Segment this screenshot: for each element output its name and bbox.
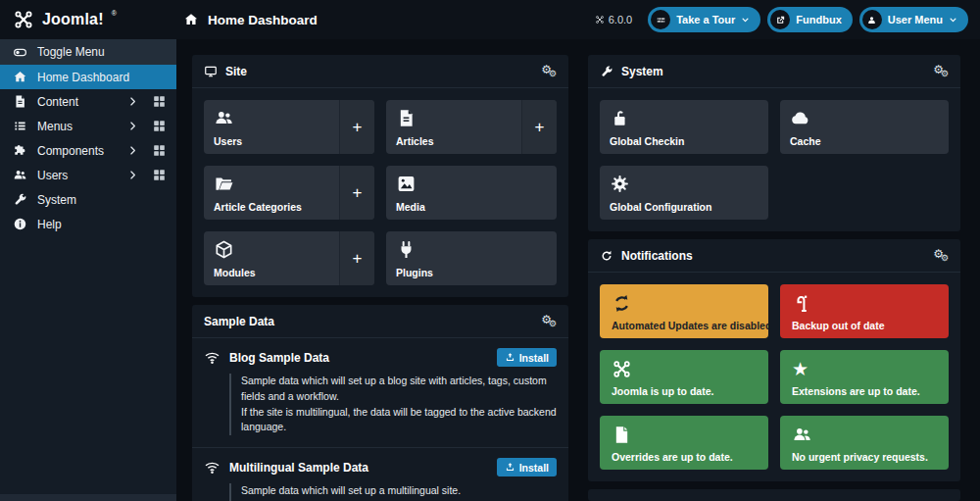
system-card-global-configuration[interactable]: Global Configuration bbox=[600, 166, 768, 220]
home-icon bbox=[12, 70, 27, 85]
panel-settings-gears-icon[interactable]: ⚙ ⚙ bbox=[933, 64, 949, 78]
upload-icon bbox=[505, 352, 515, 363]
refresh-icon bbox=[600, 249, 613, 263]
plus-icon: + bbox=[353, 249, 363, 269]
external-link-icon bbox=[770, 10, 790, 29]
info-icon bbox=[12, 217, 27, 232]
site-panel: Site ⚙ ⚙ Users + bbox=[192, 55, 568, 297]
system-card-cache[interactable]: Cache bbox=[780, 100, 949, 154]
topbar-actions: 6.0.0 Take a Tour Fundbux User Menu bbox=[595, 7, 980, 32]
users-icon bbox=[214, 108, 234, 128]
top-bar: Joomla! ® Home Dashboard 6.0.0 Take a To… bbox=[0, 0, 980, 39]
sidebar-item-menus[interactable]: Menus bbox=[0, 114, 176, 138]
panel-settings-gears-icon[interactable]: ⚙ ⚙ bbox=[541, 64, 557, 78]
cloud-icon bbox=[790, 108, 810, 128]
sidebar-item-components[interactable]: Components bbox=[0, 138, 176, 163]
add-user-button[interactable]: + bbox=[339, 100, 374, 154]
chevron-right-icon bbox=[127, 170, 138, 180]
main-content: Site ⚙ ⚙ Users + bbox=[176, 39, 980, 501]
site-card-articles[interactable]: Articles + bbox=[386, 100, 557, 154]
notification-automated-updates[interactable]: Automated Updates are disabled. bbox=[600, 284, 768, 338]
system-panel-header: System ⚙ ⚙ bbox=[588, 55, 960, 88]
sample-data-item-multilingual: Multilingual Sample Data Install Sample … bbox=[192, 448, 568, 501]
chevron-down-icon bbox=[741, 16, 750, 25]
add-category-button[interactable]: + bbox=[339, 166, 374, 220]
gear-icon bbox=[610, 174, 630, 194]
page-icon bbox=[612, 424, 757, 445]
plus-icon: + bbox=[353, 118, 363, 137]
sidebar-item-users[interactable]: Users bbox=[0, 163, 176, 187]
joomla-version: 6.0.0 bbox=[595, 14, 632, 25]
wifi-icon bbox=[204, 349, 220, 366]
puzzle-icon bbox=[12, 143, 27, 159]
page-title: Home Dashboard bbox=[183, 12, 318, 27]
document-icon bbox=[12, 94, 27, 110]
take-a-tour-button[interactable]: Take a Tour bbox=[648, 7, 760, 32]
wrench-icon bbox=[12, 192, 27, 208]
dashboard-grid-icon[interactable] bbox=[152, 168, 167, 182]
sidebar-item-help[interactable]: Help bbox=[0, 212, 176, 236]
image-icon bbox=[396, 174, 416, 194]
joomla-icon bbox=[612, 358, 757, 379]
upload-icon bbox=[505, 462, 515, 473]
notification-extensions-up-to-date[interactable]: ★ Extensions are up to date. bbox=[780, 350, 949, 404]
notification-privacy-requests[interactable]: No urgent privacy requests. bbox=[780, 416, 949, 470]
panel-settings-gears-icon[interactable]: ⚙ ⚙ bbox=[541, 314, 557, 328]
site-card-media[interactable]: Media bbox=[386, 166, 557, 220]
user-menu-button[interactable]: User Menu bbox=[859, 7, 968, 32]
install-multilingual-sample-button[interactable]: Install bbox=[497, 458, 557, 476]
wrench-icon bbox=[600, 65, 613, 78]
sidebar-item-toggle-menu[interactable]: Toggle Menu bbox=[0, 39, 176, 65]
chevron-right-icon bbox=[127, 96, 138, 107]
site-card-modules[interactable]: Modules + bbox=[204, 231, 374, 285]
users-icon bbox=[792, 424, 937, 445]
backup-icon bbox=[792, 292, 937, 314]
article-icon bbox=[396, 108, 416, 128]
list-icon bbox=[12, 119, 27, 134]
sample-data-item-blog: Blog Sample Data Install Sample data whi… bbox=[192, 338, 568, 448]
cube-icon bbox=[214, 239, 234, 260]
users-icon bbox=[12, 168, 27, 183]
fundbux-button[interactable]: Fundbux bbox=[767, 7, 852, 32]
site-card-plugins[interactable]: Plugins bbox=[386, 231, 557, 285]
sidebar-item-home-dashboard[interactable]: Home Dashboard bbox=[0, 65, 176, 89]
panel-settings-gears-icon[interactable]: ⚙ ⚙ bbox=[933, 248, 949, 263]
notification-backup-out-of-date[interactable]: Backup out of date bbox=[780, 284, 949, 338]
sample-data-description: Sample data which will set up a blog sit… bbox=[229, 374, 557, 435]
sample-data-panel-header: Sample Data ⚙ ⚙ bbox=[192, 305, 568, 338]
tour-icon bbox=[651, 10, 670, 29]
site-panel-header: Site ⚙ ⚙ bbox=[192, 55, 568, 88]
sample-data-panel: Sample Data ⚙ ⚙ Blog Sample Data Install bbox=[192, 305, 568, 501]
sidebar-bottom-strip bbox=[0, 494, 176, 501]
monitor-icon bbox=[204, 65, 218, 78]
install-blog-sample-button[interactable]: Install bbox=[497, 348, 557, 367]
folder-open-icon bbox=[214, 174, 234, 194]
site-card-article-categories[interactable]: Article Categories + bbox=[204, 166, 374, 220]
autorenew-icon bbox=[612, 292, 757, 314]
joomla-logo: Joomla! ® bbox=[0, 9, 176, 30]
chevron-down-icon bbox=[949, 16, 957, 25]
system-card-global-checkin[interactable]: Global Checkin bbox=[600, 100, 768, 154]
plus-icon: + bbox=[353, 183, 363, 203]
dashboard-grid-icon[interactable] bbox=[152, 119, 167, 133]
site-card-users[interactable]: Users + bbox=[204, 100, 374, 154]
joomla-logo-icon bbox=[13, 9, 34, 30]
wifi-icon bbox=[204, 459, 220, 476]
user-icon bbox=[862, 10, 882, 29]
star-icon: ★ bbox=[792, 358, 937, 379]
add-module-button[interactable]: + bbox=[339, 231, 374, 285]
registered-mark: ® bbox=[112, 9, 117, 19]
system-panel: System ⚙ ⚙ Global Checkin bbox=[588, 55, 960, 231]
home-icon bbox=[183, 12, 199, 27]
dashboard-grid-icon[interactable] bbox=[152, 143, 167, 158]
clipped-bottom-panel bbox=[588, 489, 960, 501]
notification-joomla-up-to-date[interactable]: Joomla is up to date. bbox=[600, 350, 768, 404]
sidebar-item-system[interactable]: System bbox=[0, 187, 176, 212]
plug-icon bbox=[396, 239, 416, 260]
sidebar-item-content[interactable]: Content bbox=[0, 89, 176, 114]
notification-overrides-up-to-date[interactable]: Overrides are up to date. bbox=[600, 416, 768, 470]
add-article-button[interactable]: + bbox=[521, 100, 557, 154]
chevron-right-icon bbox=[127, 145, 138, 156]
plus-icon: + bbox=[535, 118, 545, 137]
dashboard-grid-icon[interactable] bbox=[152, 94, 167, 109]
